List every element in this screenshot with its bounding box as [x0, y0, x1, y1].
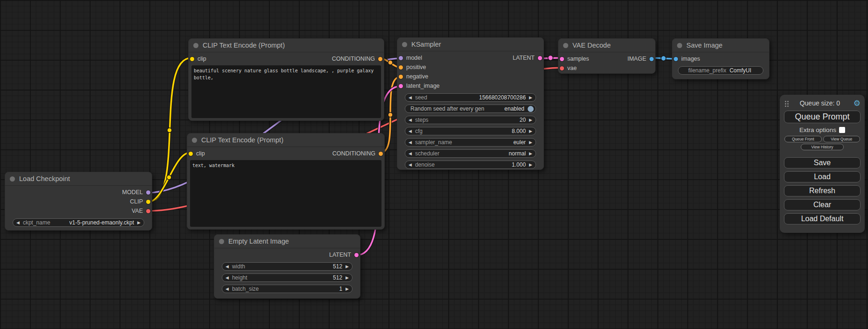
- save-button[interactable]: Save: [784, 157, 861, 168]
- increment-arrow-icon[interactable]: ▶: [529, 129, 532, 133]
- node-title-bar[interactable]: Empty Latent Image: [214, 235, 360, 248]
- decrement-arrow-icon[interactable]: ◀: [226, 276, 229, 280]
- load-button[interactable]: Load: [784, 171, 861, 182]
- collapse-dot-icon[interactable]: [563, 43, 568, 48]
- increment-arrow-icon[interactable]: ▶: [529, 152, 532, 156]
- collapse-dot-icon[interactable]: [402, 42, 407, 47]
- increment-arrow-icon[interactable]: ▶: [137, 221, 141, 225]
- steps-widget[interactable]: ◀ steps 20 ▶: [405, 116, 536, 124]
- sampler-name-widget[interactable]: ◀ sampler_name euler ▶: [405, 138, 536, 147]
- decrement-arrow-icon[interactable]: ◀: [409, 140, 412, 145]
- increment-arrow-icon[interactable]: ▶: [346, 287, 349, 291]
- link-midpoint-dot: [388, 60, 393, 65]
- model-input-port[interactable]: [399, 56, 403, 60]
- conditioning-output-port[interactable]: [379, 152, 383, 156]
- slot-area: MODEL CLIP VAE: [5, 186, 152, 216]
- images-input-port[interactable]: [674, 57, 678, 61]
- clear-button[interactable]: Clear: [784, 199, 861, 210]
- slot-area: LATENT: [214, 248, 360, 259]
- decrement-arrow-icon[interactable]: ◀: [409, 163, 412, 167]
- cfg-widget[interactable]: ◀ cfg 8.000 ▶: [405, 127, 536, 135]
- load-default-button[interactable]: Load Default: [784, 213, 861, 224]
- node-title-bar[interactable]: VAE Decode: [558, 39, 655, 52]
- negative-input-port[interactable]: [399, 75, 403, 79]
- node-clip-text-encode-positive[interactable]: CLIP Text Encode (Prompt) clip CONDITION…: [188, 38, 384, 121]
- node-title-bar[interactable]: CLIP Text Encode (Prompt): [187, 133, 384, 147]
- latent-output-port[interactable]: [538, 56, 542, 60]
- decrement-arrow-icon[interactable]: ◀: [409, 129, 412, 133]
- node-save-image[interactable]: Save Image images filename_prefix ComfyU…: [672, 38, 769, 79]
- width-widget[interactable]: ◀ width 512 ▶: [222, 262, 353, 271]
- node-title: Save Image: [686, 42, 722, 49]
- decrement-arrow-icon[interactable]: ◀: [409, 152, 412, 156]
- increment-arrow-icon[interactable]: ▶: [529, 118, 532, 122]
- samples-input-port[interactable]: [560, 57, 564, 61]
- widget-label: scheduler: [415, 150, 439, 157]
- increment-arrow-icon[interactable]: ▶: [346, 265, 349, 269]
- collapse-dot-icon[interactable]: [677, 43, 682, 48]
- batch-size-widget[interactable]: ◀ batch_size 1 ▶: [222, 285, 353, 293]
- latent-output-port[interactable]: [354, 253, 359, 257]
- node-empty-latent-image[interactable]: Empty Latent Image LATENT ◀ width 512 ▶ …: [214, 234, 360, 299]
- queue-front-button[interactable]: Queue Front: [784, 136, 822, 142]
- height-widget[interactable]: ◀ height 512 ▶: [222, 273, 353, 282]
- prompt-textarea[interactable]: beautiful scenery nature glass bottle la…: [191, 65, 381, 118]
- denoise-widget[interactable]: ◀ denoise 1.000 ▶: [405, 161, 536, 169]
- port-label: vae: [567, 65, 577, 71]
- clip-output-port[interactable]: [146, 200, 150, 204]
- link-midpoint-dot: [548, 56, 553, 61]
- conditioning-output-port[interactable]: [378, 57, 382, 61]
- collapse-dot-icon[interactable]: [219, 239, 224, 244]
- positive-input-port[interactable]: [399, 65, 403, 70]
- widget-label: seed: [415, 94, 427, 101]
- node-title-bar[interactable]: Load Checkpoint: [5, 172, 152, 186]
- port-label: model: [406, 55, 422, 61]
- node-clip-text-encode-negative[interactable]: CLIP Text Encode (Prompt) clip CONDITION…: [187, 133, 385, 230]
- latent-image-input-port[interactable]: [399, 84, 403, 88]
- model-output-port[interactable]: [146, 190, 150, 195]
- clip-input-port[interactable]: [190, 57, 194, 61]
- ckpt-name-widget[interactable]: ◀ ckpt_name v1-5-pruned-emaonly.ckpt ▶: [13, 218, 144, 227]
- collapse-dot-icon[interactable]: [192, 138, 197, 143]
- clip-input-port[interactable]: [189, 152, 193, 156]
- increment-arrow-icon[interactable]: ▶: [529, 163, 532, 167]
- increment-arrow-icon[interactable]: ▶: [529, 140, 532, 145]
- decrement-arrow-icon[interactable]: ◀: [16, 221, 20, 225]
- image-output-port[interactable]: [649, 57, 654, 61]
- seed-widget[interactable]: ◀ seed 156680208700286 ▶: [405, 93, 536, 102]
- node-ksampler[interactable]: KSampler model LATENT positive: [397, 37, 544, 170]
- vae-output-port[interactable]: [146, 209, 150, 213]
- collapse-dot-icon[interactable]: [10, 176, 15, 182]
- decrement-arrow-icon[interactable]: ◀: [226, 287, 229, 291]
- view-queue-button[interactable]: View Queue: [823, 136, 861, 142]
- increment-arrow-icon[interactable]: ▶: [529, 96, 532, 100]
- node-vae-decode[interactable]: VAE Decode samples IMAGE vae: [558, 38, 656, 74]
- refresh-button[interactable]: Refresh: [784, 185, 861, 196]
- toggle-knob-icon[interactable]: [528, 106, 534, 112]
- slot-row: images: [672, 54, 769, 63]
- random-seed-toggle-widget[interactable]: Random seed after every gen enabled: [405, 105, 536, 113]
- prompt-textarea[interactable]: text, watermark: [190, 160, 381, 227]
- history-mini-row: View History: [780, 144, 865, 150]
- decrement-arrow-icon[interactable]: ◀: [409, 118, 412, 122]
- node-title: CLIP Text Encode (Prompt): [203, 42, 285, 49]
- increment-arrow-icon[interactable]: ▶: [346, 276, 349, 280]
- vae-input-port[interactable]: [560, 66, 564, 70]
- node-title-bar[interactable]: KSampler: [397, 38, 543, 51]
- collapse-dot-icon[interactable]: [193, 43, 198, 48]
- node-graph-canvas[interactable]: Load Checkpoint MODEL CLIP VAE: [0, 0, 868, 329]
- queue-menu-panel: Queue size: 0 ⚙ Queue Prompt Extra optio…: [780, 95, 865, 233]
- widget-label: steps: [415, 117, 429, 123]
- view-history-button[interactable]: View History: [801, 144, 844, 150]
- slot-area: clip CONDITIONING: [187, 147, 384, 158]
- decrement-arrow-icon[interactable]: ◀: [409, 96, 412, 100]
- node-title-bar[interactable]: Save Image: [672, 39, 769, 52]
- gear-icon[interactable]: ⚙: [854, 99, 861, 107]
- filename-prefix-widget[interactable]: filename_prefix ComfyUI: [678, 66, 763, 75]
- decrement-arrow-icon[interactable]: ◀: [226, 265, 229, 269]
- node-load-checkpoint[interactable]: Load Checkpoint MODEL CLIP VAE: [5, 172, 152, 231]
- scheduler-widget[interactable]: ◀ scheduler normal ▶: [405, 149, 536, 158]
- queue-prompt-button[interactable]: Queue Prompt: [784, 111, 861, 123]
- node-title-bar[interactable]: CLIP Text Encode (Prompt): [189, 39, 384, 52]
- extra-options-checkbox[interactable]: [839, 127, 845, 133]
